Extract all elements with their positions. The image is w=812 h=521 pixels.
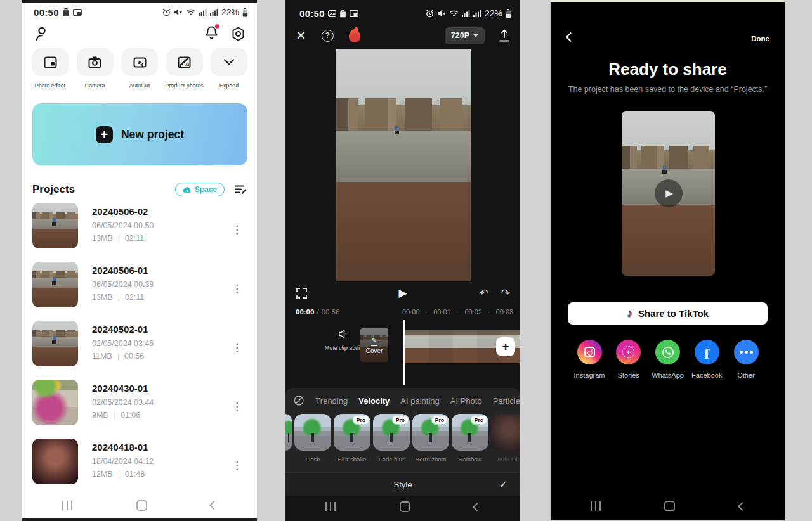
back-button[interactable] xyxy=(566,32,576,42)
wifi-icon xyxy=(186,8,195,16)
help-button[interactable]: ? xyxy=(322,30,334,42)
share-facebook[interactable]: f Facebook xyxy=(688,340,725,379)
effects-sheet: Trending Velocity AI painting AI Photo P… xyxy=(285,388,520,472)
add-clip-button[interactable]: + xyxy=(496,337,515,356)
resolution-dropdown[interactable]: 720P xyxy=(445,27,485,44)
share-stories[interactable]: + Stories xyxy=(610,340,647,379)
clip-frame xyxy=(453,330,477,363)
redo-button[interactable]: ↷ xyxy=(501,286,510,300)
space-button[interactable]: Space xyxy=(175,183,225,196)
project-row[interactable]: 20240506-02 06/05/2024 00:50 13MB|02:11 … xyxy=(22,203,257,262)
tab-velocity[interactable]: Velocity xyxy=(358,396,390,406)
play-overlay-button[interactable]: ▶ xyxy=(655,179,683,207)
effect-thumbnail-partial[interactable] xyxy=(285,414,292,451)
home-screen-panel: 00:50 22% Photo editor Camera AutoCut xyxy=(22,0,257,521)
effect-blur-shake[interactable]: Pro Blur shake xyxy=(334,414,370,463)
export-icon[interactable] xyxy=(499,29,510,42)
quick-action-camera[interactable]: Camera xyxy=(75,48,115,89)
close-button[interactable]: ✕ xyxy=(296,28,306,43)
project-menu-button[interactable]: ⋮ xyxy=(232,400,243,413)
project-row[interactable]: 20240418-01 18/04/2024 04:12 12MB|01:48 … xyxy=(22,439,257,498)
project-menu-button[interactable]: ⋮ xyxy=(232,223,243,236)
tab-ai-photo[interactable]: AI Photo xyxy=(450,396,482,406)
projects-header: Projects Space xyxy=(32,182,247,197)
quick-action-product-photos[interactable]: AI Product photos xyxy=(164,48,205,89)
quick-action-expand[interactable]: Expand xyxy=(209,48,249,89)
effect-rainbow[interactable]: Pro Rainbow xyxy=(452,414,488,463)
share-whatsapp[interactable]: WhatsApp xyxy=(650,340,686,379)
exported-video-card[interactable]: ▶ xyxy=(622,111,715,276)
playhead[interactable] xyxy=(403,320,405,385)
nav-back-button[interactable] xyxy=(473,502,481,511)
effect-fade-blur[interactable]: Pro Fade blur xyxy=(373,414,410,463)
project-list: 20240506-02 06/05/2024 00:50 13MB|02:11 … xyxy=(22,203,257,498)
effects-row: Pro Flash Pro Blur shake Pro Fade blur P… xyxy=(285,414,520,463)
notifications-button[interactable] xyxy=(205,25,218,42)
whatsapp-icon xyxy=(661,345,675,359)
caret-down-icon xyxy=(473,34,478,37)
alarm-icon xyxy=(162,8,171,16)
video-preview[interactable] xyxy=(336,49,471,281)
android-nav-bar xyxy=(551,492,785,520)
bag-icon xyxy=(339,10,346,18)
project-menu-button[interactable]: ⋮ xyxy=(232,282,243,295)
flame-icon[interactable] xyxy=(349,29,360,42)
alarm-icon xyxy=(426,10,434,18)
nav-back-button[interactable] xyxy=(209,501,218,510)
share-instagram[interactable]: Instagram xyxy=(571,340,608,379)
mute-icon xyxy=(174,8,183,16)
play-button[interactable]: ▶ xyxy=(398,286,407,300)
cloud-icon xyxy=(183,186,192,193)
project-thumbnail xyxy=(32,439,78,484)
status-time: 00:50 xyxy=(34,7,59,18)
project-row[interactable]: 20240430-01 02/05/2024 03:44 9MB|01:06 ⋮ xyxy=(22,380,257,439)
confirm-check-button[interactable]: ✓ xyxy=(499,479,508,491)
play-icon: ▶ xyxy=(665,188,673,199)
video-subject xyxy=(53,336,56,340)
nav-home-button[interactable] xyxy=(400,501,410,512)
page-title: Ready to share xyxy=(551,60,785,79)
undo-button[interactable]: ↶ xyxy=(480,286,488,300)
signal-icon-2 xyxy=(210,8,218,16)
fullscreen-icon[interactable] xyxy=(296,287,308,299)
cover-button[interactable]: ✎ Cover xyxy=(360,328,388,362)
nav-back-button[interactable] xyxy=(737,501,746,510)
mute-icon xyxy=(437,10,446,17)
tab-ai-painting[interactable]: AI painting xyxy=(400,396,439,406)
project-row[interactable]: 20240502-01 02/05/2024 03:45 11MB|00:56 … xyxy=(22,321,257,380)
instagram-icon xyxy=(584,347,595,357)
project-thumbnail xyxy=(32,262,78,307)
profile-icon[interactable] xyxy=(34,25,50,42)
project-menu-button[interactable]: ⋮ xyxy=(232,341,243,354)
pro-badge: Pro xyxy=(393,416,408,424)
sort-list-icon[interactable] xyxy=(235,184,247,195)
tab-trending[interactable]: Trending xyxy=(315,396,348,406)
effect-retro-zoom[interactable]: Pro Retro zoom xyxy=(412,414,449,463)
none-effect-icon[interactable] xyxy=(293,394,304,407)
project-row[interactable]: 20240506-01 06/05/2024 00:38 13MB|02:11 … xyxy=(22,262,257,321)
tab-particle[interactable]: Particle xyxy=(493,396,520,406)
project-menu-button[interactable]: ⋮ xyxy=(232,459,243,472)
new-project-button[interactable]: + New project xyxy=(32,103,247,165)
screen-edge xyxy=(22,518,257,521)
done-button[interactable]: Done xyxy=(751,35,769,42)
chevron-down-icon xyxy=(223,59,235,65)
video-subject xyxy=(53,277,56,281)
quick-action-photo-editor[interactable]: Photo editor xyxy=(30,48,70,89)
tiktok-icon: ♪ xyxy=(627,307,632,320)
share-to-tiktok-button[interactable]: ♪ Share to TikTok xyxy=(568,302,768,325)
bag-icon xyxy=(62,8,70,16)
effect-auto-fill[interactable]: Pro Auto Fill l xyxy=(491,414,520,463)
nav-recents-button[interactable] xyxy=(325,502,336,511)
battery-percent: 22% xyxy=(221,7,239,17)
gear-icon[interactable] xyxy=(231,27,246,41)
status-time: 00:50 xyxy=(299,8,325,19)
effect-flash[interactable]: Pro Flash xyxy=(294,414,331,463)
share-other[interactable]: Other xyxy=(728,340,764,379)
quick-action-autocut[interactable]: AutoCut xyxy=(119,48,160,89)
nav-home-button[interactable] xyxy=(664,501,675,511)
nav-recents-button[interactable] xyxy=(62,501,72,510)
current-timecode: 00:00 xyxy=(296,308,314,316)
nav-home-button[interactable] xyxy=(136,500,147,511)
nav-recents-button[interactable] xyxy=(591,501,601,511)
